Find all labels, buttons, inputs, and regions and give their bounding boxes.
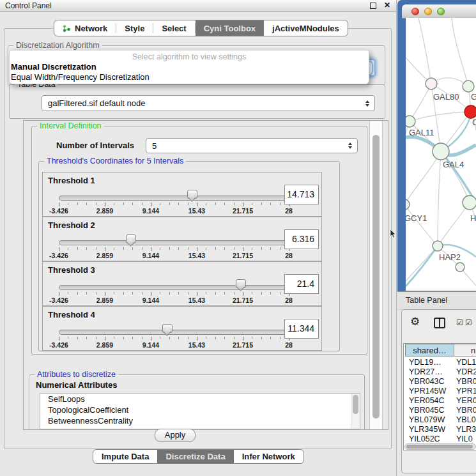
tab-network[interactable]: Network bbox=[54, 20, 116, 36]
tab-cyni-toolbox[interactable]: Cyni Toolbox bbox=[196, 20, 264, 36]
threshold-4-slider[interactable]: -3.4262.8599.14415.4321.71528 bbox=[59, 307, 289, 351]
tab-style[interactable]: Style bbox=[116, 20, 153, 36]
threshold-2-value-field[interactable]: 6.316 bbox=[284, 229, 319, 249]
tab-discretize-data[interactable]: Discretize Data bbox=[157, 450, 233, 463]
threshold-1-value-field[interactable]: 14.713 bbox=[284, 185, 319, 204]
stepper-arrows-icon bbox=[365, 100, 369, 107]
tick-label: -3.426 bbox=[49, 341, 68, 349]
zoom-traffic-light[interactable] bbox=[437, 8, 445, 15]
cell-name[interactable]: YBL0 bbox=[456, 415, 476, 424]
slider-thumb[interactable] bbox=[236, 279, 246, 288]
cell-name[interactable]: YDR2 bbox=[456, 367, 476, 376]
node-gal80 bbox=[426, 78, 437, 89]
table-data-combobox[interactable]: galFiltered.sif default node bbox=[42, 95, 375, 111]
interval-definition-group: Interval Definition Number of Intervals … bbox=[31, 126, 367, 355]
close-icon[interactable]: ✕ bbox=[384, 1, 390, 10]
table-row[interactable]: YBL079WYBL0 bbox=[404, 415, 476, 425]
column-header-shared[interactable]: shared… bbox=[405, 344, 454, 357]
table-row[interactable]: YER054CYER0 bbox=[404, 396, 476, 406]
slider-track[interactable] bbox=[59, 240, 290, 245]
settings-scrollbar-thumb[interactable] bbox=[372, 135, 380, 418]
float-window-icon[interactable] bbox=[370, 3, 376, 9]
slider-thumb[interactable] bbox=[162, 324, 173, 333]
checkbox-icon[interactable]: ☑ bbox=[456, 318, 463, 327]
list-item-selfloops[interactable]: SelfLoops bbox=[40, 394, 360, 404]
settings-scrollbar[interactable] bbox=[369, 121, 383, 429]
table-row[interactable]: YIL052CYIL0 bbox=[404, 434, 476, 444]
tab-impute-data[interactable]: Impute Data bbox=[93, 450, 157, 463]
tick-label: -3.426 bbox=[49, 296, 68, 304]
table-panel-header[interactable]: Table Panel bbox=[397, 291, 476, 310]
table-row[interactable]: YBR043CYBR0 bbox=[404, 377, 476, 387]
threshold-4-value-field[interactable]: 11.344 bbox=[284, 319, 319, 339]
list-scrollbar-thumb[interactable] bbox=[353, 395, 358, 414]
label-gal80: GAL80 bbox=[433, 92, 459, 102]
gear-icon[interactable]: ⚙ bbox=[410, 315, 420, 328]
cell-shared-name[interactable]: YBR045C bbox=[409, 406, 445, 415]
slider-track[interactable] bbox=[59, 330, 290, 335]
cell-name[interactable]: YLR3 bbox=[456, 425, 476, 434]
table-row[interactable]: YLR345WYLR3 bbox=[404, 425, 476, 434]
table-row[interactable]: YPR145WYPR1 bbox=[404, 387, 476, 396]
threshold-3-slider[interactable]: -3.4262.8599.14415.4321.71528 bbox=[59, 262, 289, 307]
cell-name[interactable]: YIL0 bbox=[456, 434, 473, 443]
label-c-cut: C bbox=[472, 118, 476, 127]
table-rows: YDL19…YDL1YDR27…YDR2YBR043CYBR0YPR145WYP… bbox=[404, 358, 476, 444]
cell-shared-name[interactable]: YPR145W bbox=[409, 387, 446, 395]
checkbox-icon[interactable]: ☑ bbox=[465, 318, 472, 327]
tab-select[interactable]: Select bbox=[153, 20, 194, 36]
table-horizontal-scrollbar-thumb[interactable] bbox=[406, 445, 473, 449]
column-header-name[interactable]: n bbox=[454, 344, 476, 357]
table-row[interactable]: YDL19…YDL1 bbox=[404, 358, 476, 367]
table-row[interactable]: YDR27…YDR2 bbox=[404, 367, 476, 377]
threshold-2-slider[interactable]: -3.4262.8599.14415.4321.71528 bbox=[59, 217, 289, 262]
slider-ticks bbox=[59, 292, 289, 296]
slider-thumb[interactable] bbox=[187, 190, 197, 199]
node-table: shared… n YDL19…YDL1YDR27…YDR2YBR043CYBR… bbox=[403, 343, 476, 450]
threshold-4-panel: Threshold 4 -3.4262.8599.14415.4321.7152… bbox=[42, 306, 322, 351]
table-horizontal-scrollbar[interactable] bbox=[404, 443, 476, 450]
numerical-attributes-list[interactable]: SelfLoops TopologicalCoefficient Between… bbox=[40, 393, 360, 429]
number-of-intervals-combobox[interactable]: 5 bbox=[146, 138, 358, 153]
number-of-intervals-value: 5 bbox=[152, 141, 157, 151]
cell-shared-name[interactable]: YER054C bbox=[409, 396, 445, 405]
tab-jactivemnodules[interactable]: jActiveMNodules bbox=[264, 20, 348, 36]
slider-ticks bbox=[59, 203, 289, 206]
cell-shared-name[interactable]: YIL052C bbox=[409, 434, 440, 443]
close-traffic-light[interactable] bbox=[411, 8, 419, 15]
slider-thumb[interactable] bbox=[126, 234, 136, 243]
network-canvas[interactable]: GAL80 GA C GAL11 GAL4 GCY1 H HAP2 bbox=[406, 18, 476, 291]
cell-name[interactable]: YDL1 bbox=[456, 358, 476, 367]
threshold-3-value-field[interactable]: 21.4 bbox=[284, 274, 319, 294]
tick-label: 2.859 bbox=[96, 296, 113, 304]
dropdown-option-manual-discretization[interactable]: Manual Discretization bbox=[11, 62, 96, 72]
tick-label: 21.715 bbox=[233, 341, 253, 349]
cell-name[interactable]: YBR0 bbox=[456, 406, 476, 415]
table-row[interactable]: YBR045CYBR0 bbox=[404, 406, 476, 415]
network-window-titlebar[interactable] bbox=[402, 4, 476, 19]
list-scrollbar[interactable] bbox=[351, 394, 360, 429]
tab-infer-network[interactable]: Infer Network bbox=[234, 450, 303, 463]
slider-track[interactable] bbox=[59, 196, 290, 201]
cell-shared-name[interactable]: YDR27… bbox=[409, 367, 443, 376]
cell-name[interactable]: YER0 bbox=[456, 396, 476, 405]
algorithm-group-title: Discretization Algorithm bbox=[13, 41, 102, 50]
node-top-right bbox=[463, 81, 474, 92]
columns-icon[interactable] bbox=[434, 318, 445, 328]
dropdown-option-equal-width[interactable]: Equal Width/Frequency Discretization bbox=[11, 72, 150, 82]
threshold-1-slider[interactable]: -3.4262.8599.14415.4321.71528 bbox=[59, 173, 289, 217]
cell-shared-name[interactable]: YDL19… bbox=[409, 358, 441, 367]
label-hap2: HAP2 bbox=[439, 252, 461, 262]
list-item-betweennesscentrality[interactable]: BetweennessCentrality bbox=[40, 415, 360, 426]
cell-shared-name[interactable]: YLR345W bbox=[409, 425, 445, 434]
control-panel-titlebar[interactable]: Control Panel ✕ bbox=[0, 0, 396, 12]
cell-name[interactable]: YPR1 bbox=[456, 387, 476, 395]
tab-cyni-toolbox-label: Cyni Toolbox bbox=[204, 24, 256, 33]
list-item-topologicalcoefficient[interactable]: TopologicalCoefficient bbox=[40, 404, 360, 415]
apply-button[interactable]: Apply bbox=[155, 429, 196, 442]
slider-track[interactable] bbox=[59, 285, 290, 290]
cell-name[interactable]: YBR0 bbox=[456, 377, 476, 386]
cell-shared-name[interactable]: YBR043C bbox=[409, 377, 445, 386]
cell-shared-name[interactable]: YBL079W bbox=[409, 415, 445, 424]
minimize-traffic-light[interactable] bbox=[424, 8, 432, 15]
